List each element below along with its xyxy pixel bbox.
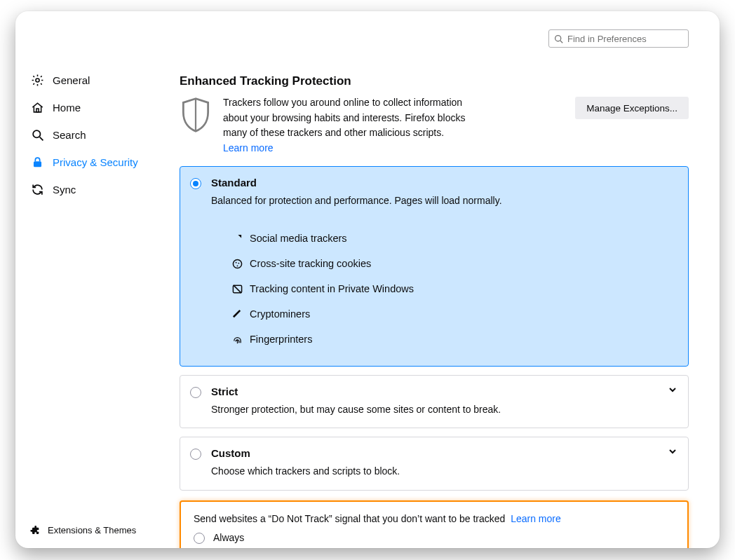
home-icon [31, 101, 44, 114]
option-standard-title: Standard [211, 177, 257, 189]
sidebar-footer-extensions[interactable]: Extensions & Themes [21, 524, 175, 548]
sidebar-item-label: Home [53, 102, 81, 114]
sidebar-footer-label: Extensions & Themes [48, 525, 136, 535]
list-item: Tracking content in Private Windows [232, 276, 674, 301]
search-icon [31, 128, 44, 142]
radio-dnt-always[interactable] [194, 533, 205, 544]
dnt-description: Send websites a “Do Not Track” signal th… [194, 513, 505, 524]
list-item: Cross-site tracking cookies [232, 251, 674, 276]
dnt-section: Send websites a “Do Not Track” signal th… [180, 500, 689, 548]
top-bar: Find in Preferences [15, 11, 720, 56]
svg-line-5 [40, 137, 43, 141]
sidebar: General Home Search [15, 56, 175, 548]
option-standard-subtitle: Balanced for protection and performance.… [180, 193, 688, 219]
option-custom-title: Custom [211, 447, 250, 459]
radio-custom[interactable] [190, 449, 201, 460]
manage-exceptions-button[interactable]: Manage Exceptions... [575, 97, 689, 119]
option-strict-subtitle: Stronger protection, but may cause some … [180, 402, 688, 428]
etp-header: Trackers follow you around online to col… [180, 95, 689, 156]
lock-icon [31, 156, 44, 169]
search-icon [554, 34, 563, 43]
sidebar-item-general[interactable]: General [22, 67, 174, 93]
sidebar-item-search[interactable]: Search [22, 122, 174, 148]
tracking-content-icon [232, 284, 243, 294]
sidebar-item-label: General [53, 74, 90, 86]
fingerprint-icon [232, 334, 243, 345]
etp-description-block: Trackers follow you around online to col… [223, 95, 490, 156]
svg-rect-3 [36, 109, 39, 112]
cookie-icon [232, 259, 243, 269]
social-trackers-icon [232, 233, 243, 244]
shield-icon [180, 97, 212, 133]
svg-point-2 [36, 78, 39, 82]
cryptominer-icon [232, 309, 243, 320]
search-input[interactable]: Find in Preferences [548, 29, 689, 48]
sidebar-item-sync[interactable]: Sync [22, 177, 174, 203]
radio-strict[interactable] [190, 387, 201, 398]
sync-icon [31, 183, 44, 196]
option-custom-subtitle: Choose which trackers and scripts to blo… [180, 464, 688, 489]
option-standard-card[interactable]: Standard Balanced for protection and per… [180, 166, 689, 367]
puzzle-icon [29, 524, 41, 535]
option-custom-card[interactable]: Custom Choose which trackers and scripts… [180, 437, 689, 490]
svg-point-10 [237, 265, 238, 266]
learn-more-link[interactable]: Learn more [223, 142, 274, 153]
list-item: Cryptominers [232, 301, 674, 327]
chevron-down-icon [668, 447, 677, 456]
standard-blocked-list: Social media trackers Cross-site trackin… [180, 219, 688, 366]
search-placeholder: Find in Preferences [567, 34, 647, 44]
sidebar-item-privacy-security[interactable]: Privacy & Security [22, 149, 174, 175]
main-content: Enhanced Tracking Protection Trackers fo… [175, 56, 720, 548]
radio-standard[interactable] [190, 178, 201, 189]
sidebar-item-label: Search [53, 129, 86, 141]
svg-line-12 [234, 285, 241, 292]
sidebar-item-label: Privacy & Security [53, 156, 138, 168]
dnt-learn-more-link[interactable]: Learn more [511, 513, 561, 524]
dnt-always-label: Always [213, 532, 244, 543]
list-item: Social media trackers [232, 226, 674, 251]
svg-point-9 [238, 262, 239, 264]
svg-point-8 [236, 261, 237, 263]
sidebar-item-label: Sync [53, 184, 76, 196]
list-item: Fingerprinters [232, 327, 674, 352]
option-strict-card[interactable]: Strict Stronger protection, but may caus… [180, 375, 689, 428]
svg-point-4 [33, 130, 40, 137]
svg-line-1 [560, 40, 562, 42]
etp-description: Trackers follow you around online to col… [223, 97, 466, 138]
svg-point-7 [233, 259, 241, 268]
chevron-down-icon [668, 385, 677, 394]
svg-rect-6 [34, 161, 41, 167]
section-title: Enhanced Tracking Protection [180, 74, 689, 88]
sidebar-item-home[interactable]: Home [22, 95, 174, 121]
gear-icon [31, 74, 44, 87]
option-strict-title: Strict [211, 385, 238, 397]
svg-point-0 [555, 35, 561, 41]
dnt-option-always[interactable]: Always [194, 531, 675, 544]
